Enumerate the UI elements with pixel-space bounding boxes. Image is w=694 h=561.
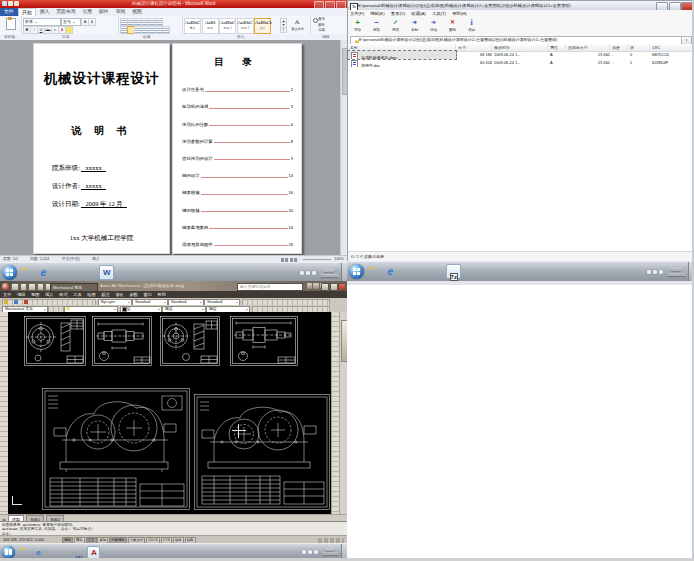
toc-entry[interactable]: 设计任务书2 (182, 76, 293, 93)
firefox-icon[interactable] (399, 265, 412, 278)
select-button[interactable]: 选择 (318, 28, 325, 32)
menu-edit[interactable]: 编辑(E) (370, 11, 384, 16)
sevenzip-taskbar-icon[interactable]: 7z (446, 264, 461, 279)
firefox-icon[interactable] (52, 266, 65, 279)
start-button[interactable] (2, 265, 17, 280)
acrobat-icon[interactable] (431, 265, 444, 278)
word-taskbar-icon[interactable]: W (99, 265, 114, 280)
menu-parametric[interactable]: 参数 (129, 292, 137, 297)
delete-button[interactable]: ✕删除 (443, 17, 462, 35)
menu-modify[interactable]: 修改 (115, 292, 123, 297)
col-encrypted[interactable]: 加密 (610, 44, 628, 51)
chrome-icon[interactable] (68, 266, 81, 279)
replace-button[interactable]: 替换 (318, 23, 325, 27)
tray-arrow-icon[interactable] (300, 271, 304, 275)
word-quick-access-toolbar[interactable] (2, 1, 19, 6)
cover-page[interactable]: 机械设计课程设计 说 明 书 院系班级: xxxxx 设计作者: xxxxx 设… (33, 43, 170, 254)
style-cell[interactable]: AaBl标题 (202, 18, 219, 34)
tab-page-layout[interactable]: 页面布局 (53, 8, 79, 16)
col-crc[interactable]: CRC (650, 44, 694, 51)
menu-draw[interactable]: 绘图 (87, 292, 95, 297)
highlight-button[interactable] (65, 26, 73, 34)
tab-home[interactable]: 开始 (18, 8, 37, 16)
ie-icon[interactable]: e (37, 266, 50, 279)
maximize-button[interactable] (330, 283, 338, 291)
font-size-combo[interactable]: 五号 (61, 18, 81, 26)
explorer-icon[interactable] (368, 265, 381, 278)
menu-view[interactable]: 视图 (31, 292, 39, 297)
taskbar-clock[interactable]: 10:072009/6/24 (667, 267, 685, 277)
toc-entry[interactable]: 润滑与其他附件26 (182, 231, 293, 248)
font-name-combo[interactable]: 宋体 (23, 18, 61, 26)
tab-insert[interactable]: 插入 (36, 8, 53, 16)
col-size[interactable]: 大小 (456, 44, 492, 51)
menu-insert[interactable]: 插入 (45, 292, 53, 297)
style-cell[interactable]: AaBbC标题 1 (219, 18, 236, 34)
explorer-icon[interactable] (21, 266, 34, 279)
redo-icon[interactable] (14, 1, 19, 6)
new-icon[interactable] (11, 283, 19, 291)
start-button[interactable] (2, 546, 15, 559)
save-icon[interactable] (28, 283, 36, 291)
col-modified[interactable]: 修改时间 (492, 44, 548, 51)
toc-entry[interactable]: 传动比的分配6 (182, 110, 293, 127)
tray-volume-icon[interactable] (314, 550, 318, 554)
menu-help[interactable]: 帮助 (158, 292, 166, 297)
minimize-button[interactable] (321, 283, 329, 291)
drawing-canvas[interactable] (8, 312, 331, 514)
find-button[interactable]: 查找 (318, 17, 325, 21)
style-cell[interactable]: AaBbC要点 (184, 18, 201, 34)
tab-view[interactable]: 视图 (129, 8, 146, 16)
toc-entry[interactable]: 轴的设计13 (182, 162, 293, 179)
add-button[interactable]: +添加 (348, 17, 367, 35)
toc-entry[interactable]: 传动参数的计算8 (182, 128, 293, 145)
toc-entry[interactable]: 轴承校核16 (182, 179, 293, 196)
acrobat-icon[interactable] (84, 266, 97, 279)
menu-dimension[interactable]: 标注 (101, 292, 109, 297)
change-styles-label[interactable]: 更改样式 (286, 27, 309, 31)
tray-network-icon[interactable] (308, 550, 312, 554)
test-button[interactable]: ✓测试 (386, 17, 405, 35)
menu-tools[interactable]: 工具(T) (432, 11, 446, 16)
tray-volume-icon[interactable] (312, 271, 316, 275)
command-line[interactable]: 此图形是用 AUTODESK 教育版产品创建的。 AutoCAD 菜单实用工具 … (0, 521, 347, 535)
tab-references[interactable]: 引用 (79, 8, 96, 16)
style-cell-selected[interactable]: AaBbCc正文 (254, 18, 271, 34)
tray-volume-icon[interactable] (659, 270, 663, 274)
menu-window[interactable]: 窗口 (143, 292, 151, 297)
menu-help[interactable]: 帮助(H) (452, 11, 467, 16)
firefox-icon[interactable] (46, 547, 57, 558)
menu-favorites[interactable]: 收藏(A) (411, 11, 425, 16)
menu-edit[interactable]: 编辑 (17, 292, 25, 297)
zoom-slider[interactable] (303, 259, 331, 260)
ie-icon[interactable]: e (33, 547, 44, 558)
save-icon[interactable] (2, 1, 7, 6)
col-block[interactable]: 块 (628, 44, 650, 51)
start-button[interactable] (349, 264, 364, 279)
toc-entry[interactable]: 轴承盖与套杯24 (182, 214, 293, 231)
toc-entry[interactable]: 齿轮传动的设计9 (182, 145, 293, 162)
tab-review[interactable]: 审阅 (112, 8, 129, 16)
toolbar-icon[interactable] (24, 300, 28, 304)
tray-arrow-icon[interactable] (302, 550, 306, 554)
shrink-font-button[interactable]: A (88, 18, 96, 26)
menu-file[interactable]: 文件 (3, 292, 11, 297)
chrome-icon[interactable] (60, 547, 71, 558)
explorer-icon[interactable] (19, 547, 30, 558)
tray-network-icon[interactable] (306, 271, 310, 275)
menu-format[interactable]: 格式 (59, 292, 67, 297)
borders-button[interactable] (162, 26, 170, 34)
file-row[interactable]: 总成机械减速器.dwg 68 180 2009-06-24 1... A 25 … (348, 51, 694, 59)
word-titlebar[interactable]: 机械设计课程设计说明书 - Microsoft Word (0, 0, 347, 8)
style-cell[interactable]: AaBbC标题 2 (237, 18, 254, 34)
extract-button[interactable]: −提取 (367, 17, 386, 35)
undo-icon[interactable] (8, 1, 13, 6)
status-tray-icons[interactable] (318, 538, 344, 543)
autocad-titlebar[interactable]: Mechanical 基本 AutoCAD Mechanical - [总成机械… (0, 281, 347, 291)
toc-entry[interactable]: 电动机的选择3 (182, 93, 293, 110)
menu-view[interactable]: 查看(V) (391, 11, 405, 16)
tab-mailings[interactable]: 邮件 (96, 8, 113, 16)
toc-page[interactable]: 目 录 设计任务书2 电动机的选择3 传动比的分配6 传动参数的计算8 齿轮传动… (172, 43, 302, 254)
menu-tools[interactable]: 工具 (73, 292, 81, 297)
plot-icon[interactable] (37, 283, 45, 291)
